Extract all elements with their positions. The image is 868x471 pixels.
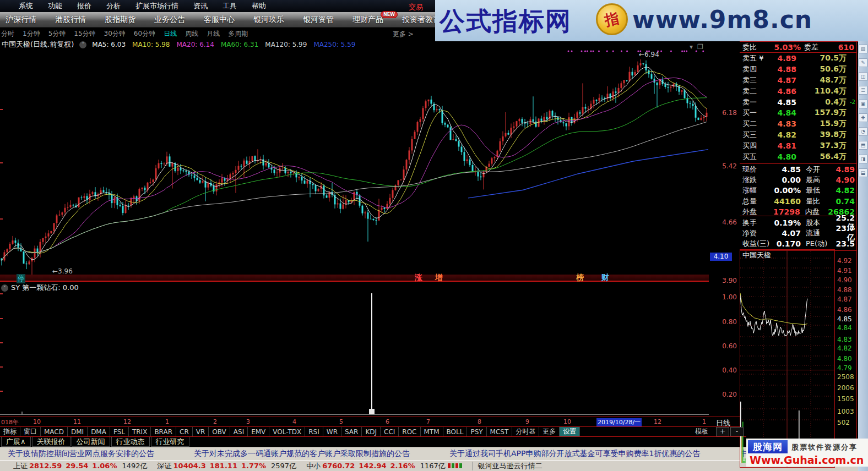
indicator-tab[interactable]: EMV (248, 427, 269, 436)
weibi-row: 委比 5.03% 委差 610 (740, 41, 857, 53)
menu-item[interactable]: 资讯 (193, 1, 208, 11)
indicator-chart[interactable] (0, 282, 709, 417)
timeframe-item[interactable]: 30分钟 (104, 29, 126, 39)
menu-item[interactable]: 分析 (106, 1, 121, 11)
menu-item[interactable]: 功能 (48, 1, 62, 11)
menu-item[interactable]: 工具 (223, 1, 237, 11)
indicator-tab[interactable]: FSL (110, 427, 129, 436)
order-book-row[interactable]: 买四 4.81 37.3万 (740, 140, 857, 151)
side-toolbar-icon[interactable]: ⬒ (859, 141, 867, 150)
indicator-tab[interactable]: CR (176, 427, 193, 436)
indicator-tab[interactable]: MACD (41, 427, 68, 436)
timeframe-item[interactable]: 5分钟 (48, 29, 66, 39)
side-toolbar-icon[interactable]: ▣ (859, 100, 867, 108)
menu-item[interactable]: 扩展市场行情 (135, 1, 178, 11)
indicator-tab[interactable]: 指标 (0, 427, 20, 436)
timeframe-item[interactable]: 1分钟 (23, 29, 40, 39)
nav-toolbar-item[interactable]: 港股行情 (55, 15, 86, 25)
indicator-tab[interactable]: OBV (209, 427, 230, 436)
menu-item[interactable]: 帮助 (252, 1, 266, 11)
candlestick-chart[interactable] (0, 50, 709, 275)
indicator-tab[interactable]: SAR (341, 427, 362, 436)
side-toolbar-icon[interactable]: ☰ (859, 86, 867, 95)
indicator-tab[interactable]: MCST (487, 427, 513, 436)
indicator-tab[interactable]: CCI (381, 427, 399, 436)
nav-toolbar-item[interactable]: 沪深行情 (6, 15, 36, 25)
order-book-row[interactable]: 买二 4.83 15.9万 (740, 118, 857, 129)
timeframe-more[interactable]: 更多 > (393, 30, 414, 39)
menu-item[interactable]: 报价 (77, 1, 91, 11)
chevron-down-icon[interactable]: ˅ (1, 284, 8, 292)
guhai-ad-banner[interactable]: 股海网 股票软件资源分享 Www.Guhai.com.cn (746, 439, 868, 467)
order-book-row[interactable]: 买一 4.84 157.9万 (740, 107, 857, 118)
nav-toolbar-label: 股指期货 (105, 15, 135, 24)
zoom-out-button[interactable]: - (730, 427, 744, 436)
mini-volume-tick: 502 (837, 419, 859, 426)
feed-server-label[interactable]: 银河亚马逊云行情二 (472, 462, 542, 470)
side-toolbar-icon[interactable]: ▤ (859, 45, 867, 53)
menu-item[interactable]: 系统 (19, 1, 33, 11)
side-toolbar-icon[interactable]: ✚ (859, 113, 867, 122)
info-tab[interactable]: 广展∧ (1, 437, 31, 447)
indicator-tab[interactable]: RSI (305, 427, 323, 436)
indicator-tab[interactable]: BRAR (151, 427, 176, 436)
order-book-row[interactable]: 买三 4.82 39.8万 (740, 129, 857, 140)
timeframe-item[interactable]: 日线 (164, 29, 177, 39)
indicator-tab[interactable]: WR (323, 427, 341, 436)
nav-toolbar-item[interactable]: 银河玖乐 (253, 15, 284, 25)
indicator-tab[interactable]: ROC (399, 427, 420, 436)
side-toolbar-icon[interactable]: ◫ (859, 72, 867, 81)
news-item[interactable]: 关于对未完成多一码通账户规范的客户账户采取限制措施的公告 (194, 449, 410, 459)
info-tab[interactable]: 关联报价 (32, 437, 70, 447)
indicator-tab[interactable]: MTM (421, 427, 443, 436)
timeframe-item[interactable]: 月线 (207, 29, 220, 39)
side-toolbar-icon[interactable]: ◨ (859, 155, 867, 163)
chevron-down-icon[interactable]: ▾ (690, 43, 693, 51)
side-toolbar-icon[interactable]: ◔ (859, 127, 867, 136)
nav-toolbar-item[interactable]: 股指期货 (105, 15, 135, 25)
order-book-row[interactable]: 卖一 4.85 0.4万 -2 (740, 97, 857, 108)
order-book-row[interactable]: 买五 4.80 56.4万 (740, 151, 857, 162)
nav-toolbar-item[interactable]: 客服中心 (204, 15, 235, 25)
indicator-tab[interactable]: 窗口 (20, 427, 41, 436)
indicator-tab[interactable]: PSY (467, 427, 486, 436)
timeframe-item[interactable]: 分时 (1, 29, 14, 39)
template-button[interactable]: 模板 (695, 427, 708, 436)
news-item[interactable]: 关于疫情防控期间营业网点服务安排的公告 (8, 449, 154, 459)
indicator-tab[interactable]: VR (193, 427, 209, 436)
indicator-tab[interactable]: DMI (68, 427, 88, 436)
level-label: 卖二 (742, 86, 771, 96)
indicator-tab[interactable]: 更多 (539, 427, 560, 436)
window-restore-icon[interactable]: ❐ (697, 43, 703, 51)
side-toolbar-icon[interactable]: ⬓ (859, 168, 867, 177)
order-book-row[interactable]: 卖三 4.87 48.7万 (740, 75, 857, 86)
order-book-row[interactable]: 卖四 4.88 50.6万 (740, 64, 857, 75)
indicator-tab[interactable]: BOLL (443, 427, 468, 436)
side-toolbar-icon[interactable]: ✎ (859, 58, 867, 67)
level-label: 卖五 ¥ (742, 53, 771, 63)
timeframe-item[interactable]: 周线 (185, 29, 198, 39)
zoom-in-button[interactable]: + (716, 427, 729, 436)
info-tab[interactable]: 行业动态 (111, 437, 150, 447)
intraday-mini-chart[interactable] (740, 249, 835, 468)
info-tab[interactable]: 公司新闻 (72, 437, 110, 447)
indicator-tab[interactable]: ASI (230, 427, 248, 436)
nav-toolbar-item[interactable]: 理财产品NEW (352, 15, 383, 25)
news-item[interactable]: 关于通过我司手机APP申购部分开放式基金可享受申购费率1折优惠的公告 (449, 449, 700, 459)
order-book-row[interactable]: 卖五 ¥ 4.89 70.5万 (740, 53, 857, 64)
timeframe-item[interactable]: 60分钟 (134, 29, 155, 39)
info-tab[interactable]: 行业研究 (151, 437, 189, 447)
indicator-tab[interactable]: 设置 (560, 427, 580, 436)
indicator-tab[interactable]: VOL-TDX (269, 427, 305, 436)
indicator-tab[interactable]: KDJ (362, 427, 381, 436)
indicator-tab[interactable]: 分时器 (512, 427, 539, 436)
chevron-down-icon[interactable]: ˅ (79, 41, 86, 48)
indicator-tab[interactable]: TRIX (129, 427, 151, 436)
order-book-row[interactable]: 卖二 4.86 110.4万 (740, 86, 857, 97)
nav-toolbar-item[interactable]: 业务公告 (154, 15, 185, 25)
timeframe-item[interactable]: 15分钟 (74, 29, 95, 39)
nav-toolbar-item[interactable]: 银河资管 (303, 15, 334, 25)
trade-status-label[interactable]: 交易 (409, 2, 423, 12)
indicator-tab[interactable]: DMA (88, 427, 110, 436)
timeframe-item[interactable]: 多周期 (228, 29, 248, 39)
